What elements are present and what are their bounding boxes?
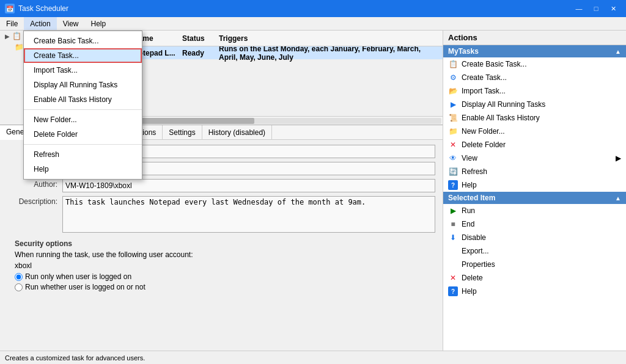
- section-mytasks[interactable]: MyTasks ▲: [443, 45, 626, 57]
- close-button[interactable]: ✕: [605, 2, 621, 15]
- radio-row-1: Run only when user is logged on: [15, 272, 428, 281]
- dropdown-create-task[interactable]: Create Task...: [24, 48, 142, 63]
- refresh-icon: 🔄: [448, 167, 458, 177]
- input-description[interactable]: This task launches Notepad every last We…: [62, 196, 435, 233]
- dropdown-import-task[interactable]: Import Task...: [24, 63, 142, 78]
- chevron-up2-icon: ▲: [615, 195, 621, 202]
- chevron-up-icon: ▲: [615, 48, 621, 55]
- tab-history[interactable]: History (disabled): [202, 125, 272, 139]
- dropdown-divider-1: [24, 109, 142, 110]
- action-view[interactable]: 👁 View ▶: [443, 151, 626, 165]
- action-refresh-label: Refresh: [462, 167, 487, 176]
- action-delete-label: Delete: [462, 274, 483, 282]
- status-text: Creates a customized task for advanced u…: [5, 354, 145, 362]
- dropdown-new-folder[interactable]: New Folder...: [24, 112, 142, 127]
- status-bar: Creates a customized task for advanced u…: [0, 351, 626, 364]
- dropdown-divider-2: [24, 144, 142, 145]
- action-new-folder-label: New Folder...: [462, 127, 505, 136]
- action-help-selected[interactable]: ? Help: [443, 285, 626, 298]
- form-row-author: Author:: [7, 179, 435, 192]
- view-icon: 👁: [448, 153, 458, 163]
- row-status: Ready: [180, 49, 216, 57]
- section-selected-label: Selected Item: [448, 194, 495, 202]
- row-triggers: Runs on the Last Monday, each January, F…: [216, 46, 440, 62]
- radio-row-2: Run whether user is logged on or not: [15, 283, 428, 291]
- right-panel: Actions MyTasks ▲ 📋 Create Basic Task...…: [443, 31, 626, 351]
- action-help-mytasks[interactable]: ? Help: [443, 178, 626, 192]
- table-row[interactable]: Notepad L... Ready Runs on the Last Mond…: [128, 46, 443, 60]
- security-section: Security options When running the task, …: [7, 239, 435, 291]
- dropdown-display-running[interactable]: Display All Running Tasks: [24, 78, 142, 92]
- action-delete-folder[interactable]: ✕ Delete Folder: [443, 138, 626, 151]
- properties-icon: [448, 260, 458, 269]
- table-header: Name Status Triggers: [128, 31, 443, 46]
- action-delete[interactable]: ✕ Delete: [443, 271, 626, 285]
- menu-bar: File Action View Help: [0, 17, 626, 31]
- action-display-running[interactable]: ▶ Display All Running Tasks: [443, 98, 626, 111]
- radio-whether-logged[interactable]: [15, 283, 23, 291]
- view-arrow-icon: ▶: [616, 154, 621, 162]
- table-rows: Notepad L... Ready Runs on the Last Mond…: [128, 46, 443, 116]
- action-disable[interactable]: ⬇ Disable: [443, 231, 626, 244]
- action-run[interactable]: ▶ Run: [443, 204, 626, 217]
- menu-file[interactable]: File: [0, 17, 24, 30]
- app-title: Task Scheduler: [18, 4, 68, 13]
- dropdown-create-basic[interactable]: Create Basic Task...: [24, 34, 142, 48]
- security-user-account: xboxl: [15, 261, 428, 270]
- right-panel-scroll: MyTasks ▲ 📋 Create Basic Task... ⚙ Creat…: [443, 45, 626, 351]
- app-icon: 📅: [5, 4, 15, 13]
- security-account-label: When running the task, use the following…: [15, 250, 428, 259]
- display-running-icon: ▶: [448, 100, 458, 109]
- menu-help[interactable]: Help: [85, 17, 112, 30]
- action-import-task[interactable]: 📂 Import Task...: [443, 84, 626, 98]
- action-help-mytasks-label: Help: [462, 181, 477, 189]
- action-view-label: View: [462, 154, 477, 162]
- import-task-icon: 📂: [448, 86, 458, 96]
- dropdown-help[interactable]: Help: [24, 162, 142, 177]
- form-row-description: Description: This task launches Notepad …: [7, 196, 435, 235]
- action-properties-label: Properties: [462, 260, 495, 269]
- action-export[interactable]: Export...: [443, 244, 626, 258]
- tab-settings[interactable]: Settings: [163, 125, 202, 139]
- minimize-button[interactable]: —: [571, 2, 587, 15]
- enable-history-icon: 📜: [448, 113, 458, 123]
- action-properties[interactable]: Properties: [443, 258, 626, 271]
- section-selected[interactable]: Selected Item ▲: [443, 192, 626, 204]
- label-author: Author:: [7, 179, 62, 189]
- action-run-label: Run: [462, 206, 475, 215]
- action-end[interactable]: ■ End: [443, 217, 626, 231]
- menu-view[interactable]: View: [57, 17, 85, 30]
- col-triggers-header: Triggers: [216, 34, 440, 43]
- action-enable-history-label: Enable All Tasks History: [462, 114, 540, 122]
- right-panel-title: Actions: [443, 31, 626, 45]
- action-new-folder[interactable]: 📁 New Folder...: [443, 125, 626, 138]
- action-enable-history[interactable]: 📜 Enable All Tasks History: [443, 111, 626, 125]
- action-create-basic[interactable]: 📋 Create Basic Task...: [443, 57, 626, 71]
- title-bar: 📅 Task Scheduler — □ ✕: [0, 0, 626, 17]
- radio-whether-logged-label: Run whether user is logged on or not: [25, 283, 145, 291]
- action-create-task[interactable]: ⚙ Create Task...: [443, 71, 626, 84]
- security-title: Security options: [15, 239, 428, 248]
- help-selected-icon: ?: [448, 286, 458, 296]
- action-disable-label: Disable: [462, 233, 486, 242]
- input-author[interactable]: [62, 179, 435, 192]
- horizontal-scrollbar[interactable]: [128, 116, 443, 125]
- action-end-label: End: [462, 220, 474, 228]
- dropdown-enable-history[interactable]: Enable All Tasks History: [24, 92, 142, 107]
- action-refresh[interactable]: 🔄 Refresh: [443, 165, 626, 178]
- disable-icon: ⬇: [448, 233, 458, 242]
- radio-logged-on[interactable]: [15, 273, 23, 281]
- run-icon: ▶: [448, 206, 458, 216]
- action-create-task-label: Create Task...: [462, 73, 507, 82]
- action-create-basic-label: Create Basic Task...: [462, 60, 527, 68]
- maximize-button[interactable]: □: [588, 2, 604, 15]
- tree-mytasks-icon: 📁: [15, 43, 24, 51]
- label-description: Description:: [7, 196, 62, 206]
- action-help-selected-label: Help: [462, 287, 477, 296]
- action-import-task-label: Import Task...: [462, 87, 506, 95]
- end-icon: ■: [448, 219, 458, 229]
- menu-action[interactable]: Action: [24, 17, 56, 30]
- dropdown-refresh[interactable]: Refresh: [24, 147, 142, 162]
- delete-folder-icon: ✕: [448, 140, 458, 150]
- dropdown-delete-folder[interactable]: Delete Folder: [24, 127, 142, 142]
